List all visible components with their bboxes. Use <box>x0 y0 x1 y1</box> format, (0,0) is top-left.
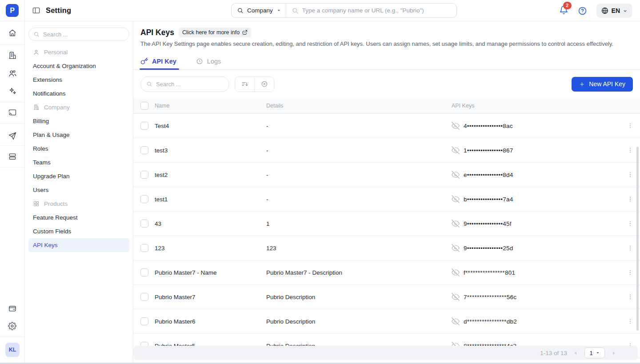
table-search-input[interactable] <box>156 81 224 88</box>
global-search: Company <box>231 3 457 18</box>
plus-icon <box>579 81 585 87</box>
contacts-icon[interactable] <box>0 69 24 78</box>
row-checkbox[interactable] <box>140 220 148 228</box>
section-title: API Keys <box>140 28 174 37</box>
chevron-down-icon <box>623 8 628 13</box>
page-select[interactable]: 1 <box>584 348 605 358</box>
section-header-personal: Personal <box>28 45 129 59</box>
ai-sparkles-icon[interactable] <box>0 87 24 96</box>
sidebar-item-api-keys[interactable]: API Keys <box>28 238 129 252</box>
eye-off-icon[interactable] <box>452 293 460 301</box>
clear-filter-button[interactable] <box>255 77 274 92</box>
table-header: Name Details API Keys <box>133 98 640 114</box>
divider <box>0 167 24 168</box>
sidebar-item-teams[interactable]: Teams <box>28 156 129 169</box>
row-checkbox[interactable] <box>140 122 148 130</box>
company-icon[interactable] <box>0 51 24 60</box>
row-details: 123 <box>266 245 452 252</box>
table-toolbar: New API Key <box>140 76 633 92</box>
row-checkbox[interactable] <box>140 244 148 252</box>
row-checkbox[interactable] <box>140 146 148 154</box>
divider <box>0 124 24 124</box>
row-checkbox[interactable] <box>140 293 148 301</box>
table-search <box>140 76 229 92</box>
screen-cast-icon[interactable] <box>0 108 24 117</box>
row-checkbox[interactable] <box>140 171 148 179</box>
app-logo[interactable]: P <box>6 4 19 17</box>
eye-off-icon[interactable] <box>452 146 460 154</box>
sidebar-item-billing[interactable]: Billing <box>28 114 129 128</box>
table-body: Test4 - 4••••••••••••••••8ac test3 - <box>133 114 640 358</box>
sidebar-item-notifications[interactable]: Notifications <box>28 87 129 100</box>
row-name: 123 <box>155 245 266 252</box>
icon-rail: KL <box>0 21 25 364</box>
send-icon[interactable] <box>0 132 24 140</box>
row-name: Test4 <box>155 123 266 129</box>
user-avatar[interactable]: KL <box>5 343 20 357</box>
eye-off-icon[interactable] <box>452 195 460 203</box>
sidebar-nav: Personal Account & Organization Extensio… <box>28 45 129 252</box>
sidebar-item-roles[interactable]: Roles <box>28 142 129 156</box>
sidebar-toggle-icon[interactable] <box>32 6 40 15</box>
chevron-down-icon <box>596 351 600 355</box>
row-api-key: 9••••••••••••••••45f <box>464 220 512 227</box>
current-page: 1 <box>589 350 592 356</box>
tab-logs[interactable]: Logs <box>196 53 221 69</box>
eye-off-icon[interactable] <box>452 220 460 228</box>
eye-off-icon[interactable] <box>452 317 460 325</box>
row-name: test1 <box>155 196 266 203</box>
row-details: 1 <box>266 220 452 227</box>
next-page-button[interactable] <box>611 350 616 356</box>
tab-api-key[interactable]: API Key <box>140 53 176 69</box>
help-button[interactable] <box>578 6 587 16</box>
gear-icon[interactable] <box>0 322 24 330</box>
sidebar-item-custom-fields[interactable]: Custom Fields <box>28 224 129 238</box>
row-checkbox[interactable] <box>140 195 148 203</box>
table-row: test1 - b••••••••••••••••7a4 <box>133 187 640 212</box>
home-icon[interactable] <box>0 28 24 37</box>
sidebar-item-plan-usage[interactable]: Plan & Usage <box>28 128 129 142</box>
row-checkbox[interactable] <box>140 268 148 276</box>
company-search-input[interactable] <box>299 4 456 17</box>
sidebar-item-upgrade-plan[interactable]: Upgrade Plan <box>28 169 129 183</box>
table-row: Test4 - 4••••••••••••••••8ac <box>133 114 640 138</box>
data-list-icon[interactable] <box>0 152 24 161</box>
eye-off-icon[interactable] <box>452 122 460 130</box>
search-icon <box>33 31 40 37</box>
eye-off-icon[interactable] <box>452 244 460 252</box>
notifications-button[interactable]: 2 <box>559 5 568 16</box>
row-checkbox[interactable] <box>140 317 148 325</box>
sidebar-item-extensions[interactable]: Extensions <box>28 73 129 87</box>
row-menu-button[interactable] <box>620 122 640 129</box>
eye-off-icon[interactable] <box>452 268 460 276</box>
sidebar-item-feature-request[interactable]: Feature Request <box>28 211 129 224</box>
row-api-key: e••••••••••••••••8d4 <box>464 172 513 178</box>
language-label: EN <box>612 7 620 14</box>
table-row: 43 1 9••••••••••••••••45f <box>133 212 640 236</box>
divider <box>0 145 24 146</box>
new-api-key-button[interactable]: New API Key <box>572 77 633 92</box>
table-row: Pubrio Master7 Pubrio Description 7*****… <box>133 285 640 309</box>
sidebar-search-input[interactable] <box>43 31 124 38</box>
select-all-checkbox[interactable] <box>140 102 148 110</box>
previous-page-button[interactable] <box>573 350 579 356</box>
search-icon <box>146 81 152 87</box>
company-filter-dropdown[interactable]: Company <box>232 4 286 17</box>
eye-off-icon[interactable] <box>452 171 460 179</box>
grid-icon <box>33 200 40 207</box>
language-selector[interactable]: EN <box>596 4 632 18</box>
wallet-icon[interactable] <box>0 304 24 313</box>
table-row: test3 - 1••••••••••••••••867 <box>133 138 640 163</box>
key-icon <box>140 57 148 65</box>
sidebar-item-users[interactable]: Users <box>28 183 129 197</box>
more-info-link[interactable]: Click here for more info <box>179 28 251 37</box>
table-row: test2 - e••••••••••••••••8d4 <box>133 163 640 187</box>
external-link-icon <box>242 30 248 35</box>
table-row: Pubrio Master6 Pubrio Description d*****… <box>133 309 640 334</box>
column-header-details: Details <box>266 103 452 109</box>
row-api-key: 7****************56c <box>464 294 516 300</box>
row-details: - <box>266 172 452 178</box>
sidebar-item-account-organization[interactable]: Account & Organization <box>28 59 129 73</box>
vertical-scrollbar[interactable] <box>636 147 639 331</box>
sort-button[interactable] <box>235 77 254 92</box>
